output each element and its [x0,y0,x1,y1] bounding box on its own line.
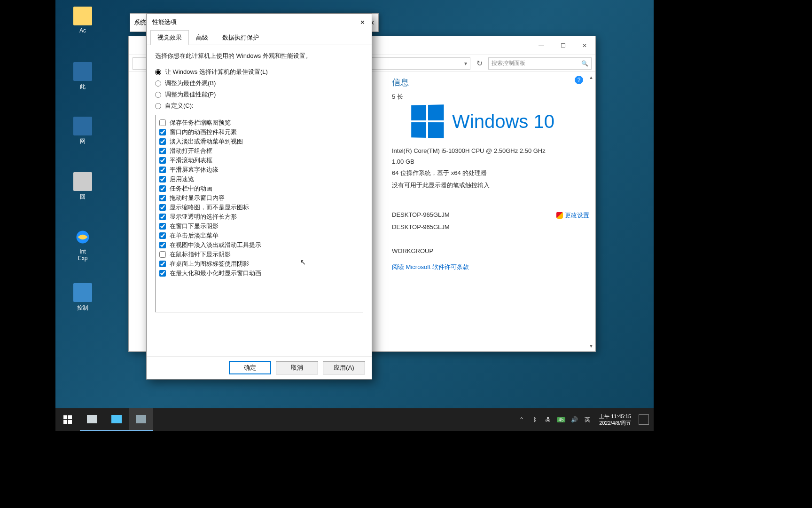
apply-button[interactable]: 应用(A) [323,361,365,374]
clock-time: 上午 11:45:15 [599,413,631,420]
help-icon[interactable]: ? [575,76,583,84]
pc-icon [73,62,92,81]
desktop-icon-control-panel[interactable]: 控制 [69,283,97,312]
visual-effect-option[interactable]: 平滑屏幕字体边缘 [158,165,360,175]
visual-effect-option[interactable]: 显示缩略图，而不是显示图标 [158,203,360,212]
visual-effect-option[interactable]: 拖动时显示窗口内容 [158,193,360,203]
sys-text: 5 长 [392,93,588,101]
systype-value: 64 位操作系统，基于 x64 的处理器 [392,169,487,177]
checkbox[interactable] [159,176,166,183]
radio-auto[interactable]: 让 Windows 选择计算机的最佳设置(L) [155,68,363,76]
visual-effect-option[interactable]: 任务栏中的动画 [158,184,360,193]
search-input[interactable]: 搜索控制面板🔍 [488,57,592,70]
visual-effect-option[interactable]: 在桌面上为图标标签使用阴影 [158,259,360,269]
start-button[interactable] [55,408,80,431]
app-icon [87,415,97,423]
performance-options-dialog: 性能选项 ✕ 视觉效果 高级 数据执行保护 选择你想在此计算机上使用的 Wind… [146,14,372,380]
checkbox[interactable] [159,214,166,220]
option-label: 平滑屏幕字体边缘 [170,166,219,174]
volume-icon[interactable]: 🔊 [570,416,578,423]
checkbox[interactable] [159,204,166,211]
windows-tiles-icon [411,104,444,138]
ime-badge[interactable]: 45 [557,417,565,422]
app-icon [136,415,146,423]
taskbar-clock[interactable]: 上午 11:45:15 2022/4/8/周五 [596,413,634,427]
close-button[interactable]: ✕ [574,39,595,53]
visual-effect-option[interactable]: 在最大化和最小化时显示窗口动画 [158,269,360,278]
checkbox[interactable] [159,195,166,201]
visual-effect-option[interactable]: 显示亚透明的选择长方形 [158,212,360,222]
windows-logo: Windows 10 [411,105,588,138]
ram-value: 1.00 GB [392,158,414,165]
workgroup-value: WORKGROUP [392,247,433,254]
visual-effect-option[interactable]: 在鼠标指针下显示阴影 [158,250,360,259]
taskbar-tray: ⌃ ᛒ 🖧 45 🔊 英 上午 11:45:15 2022/4/8/周五 [517,413,654,427]
visual-effect-option[interactable]: 启用速览 [158,175,360,184]
checkbox[interactable] [159,223,166,230]
visual-effects-list[interactable]: 保存任务栏缩略图预览窗口内的动画控件和元素淡入淡出或滑动菜单到视图滑动打开组合框… [155,115,363,312]
visual-effect-option[interactable]: 窗口内的动画控件和元素 [158,127,360,137]
clock-date: 2022/4/8/周五 [599,420,631,426]
checkbox[interactable] [159,138,166,145]
close-button[interactable]: ✕ [357,16,368,28]
visual-effect-option[interactable]: 保存任务栏缩略图预览 [158,118,360,127]
cancel-button[interactable]: 取消 [276,361,318,374]
radio-custom[interactable]: 自定义(C): [155,102,363,110]
folder-icon [73,7,92,25]
ok-button[interactable]: 确定 [229,361,271,374]
option-label: 窗口内的动画控件和元素 [170,128,237,136]
taskbar-app-3[interactable] [129,408,153,431]
checkbox[interactable] [159,261,166,267]
visual-effect-option[interactable]: 滑动打开组合框 [158,146,360,156]
scroll-down-button[interactable]: ▼ [589,343,593,349]
tray-chevron-up-icon[interactable]: ⌃ [517,416,526,423]
option-label: 在视图中淡入淡出或滑动工具提示 [170,241,261,249]
ie-icon [73,228,92,246]
change-settings-link[interactable]: 更改设置 [556,211,589,220]
checkbox[interactable] [159,129,166,135]
notifications-icon[interactable] [639,414,649,425]
perf-titlebar: 性能选项 ✕ [147,14,372,30]
desktop-icon-ie[interactable]: IntExp [69,228,97,262]
network-icon[interactable]: 🖧 [544,416,552,423]
sysprop-title: 系统 [134,18,146,27]
checkbox[interactable] [159,270,166,277]
taskbar-app-2[interactable] [104,408,129,431]
bluetooth-icon[interactable]: ᛒ [531,416,539,423]
scroll-up-button[interactable]: ▲ [589,75,593,80]
minimize-button[interactable]: — [531,39,552,53]
checkbox[interactable] [159,232,166,239]
taskbar-app-1[interactable] [80,408,104,431]
refresh-button[interactable]: ↻ [474,59,484,68]
license-link[interactable]: 阅读 Microsoft 软件许可条款 [392,263,588,271]
checkbox[interactable] [159,251,166,258]
desktop-icon-folder[interactable]: Ac [69,7,97,34]
option-label: 滑动打开组合框 [170,147,212,155]
shield-icon [556,212,563,219]
tab-advanced[interactable]: 高级 [189,30,215,45]
pcname-value: DESKTOP-965GLJM [392,211,450,220]
desktop-icon-network[interactable]: 网 [69,117,97,145]
visual-effect-option[interactable]: 在视图中淡入淡出或滑动工具提示 [158,240,360,250]
checkbox[interactable] [159,148,166,154]
checkbox[interactable] [159,185,166,192]
visual-effect-option[interactable]: 平滑滚动列表框 [158,156,360,165]
desktop-icon-recycle-bin[interactable]: 回 [69,172,97,201]
checkbox[interactable] [159,242,166,248]
tab-visual-effects[interactable]: 视觉效果 [150,30,189,45]
checkbox[interactable] [159,157,166,164]
visual-effect-option[interactable]: 在单击后淡出菜单 [158,231,360,240]
svg-rect-3 [63,420,67,424]
checkbox[interactable] [159,167,166,173]
checkbox[interactable] [159,119,166,126]
visual-effect-option[interactable]: 淡入淡出或滑动菜单到视图 [158,137,360,146]
maximize-button[interactable]: ☐ [552,39,574,53]
tab-dep[interactable]: 数据执行保护 [215,30,266,45]
option-label: 拖动时显示窗口内容 [170,194,225,202]
radio-best-performance[interactable]: 调整为最佳性能(P) [155,90,363,99]
radio-best-appearance[interactable]: 调整为最佳外观(B) [155,79,363,87]
desktop-icon-this-pc[interactable]: 此 [69,62,97,91]
ime-lang[interactable]: 英 [583,416,592,424]
recycle-bin-icon [73,172,92,191]
visual-effect-option[interactable]: 在窗口下显示阴影 [158,222,360,231]
